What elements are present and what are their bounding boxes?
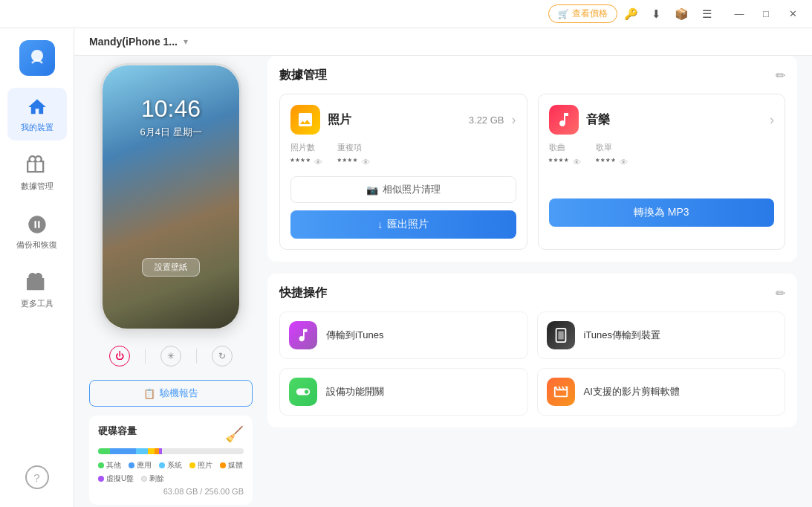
main-layout: 我的裝置 數據管理 備份和恢復 更多工具 ? Mandy(iPhone 1.. xyxy=(0,28,812,507)
photos-card-header: 照片 3.22 GB › xyxy=(290,105,516,135)
device-dropdown-arrow[interactable]: ▾ xyxy=(183,36,188,47)
music-card-arrow[interactable]: › xyxy=(770,112,774,128)
legend-apps: 應用 xyxy=(129,460,152,471)
export-photos-button[interactable]: ↓ 匯出照片 xyxy=(290,210,516,239)
photos-card-arrow[interactable]: › xyxy=(512,112,516,128)
phone-controls: ⏻ ✳ ↻ xyxy=(89,338,253,374)
quick-actions-header: 快捷操作 ✏ xyxy=(279,285,785,301)
legend-other: 其他 xyxy=(98,460,121,471)
music-playlists-eye[interactable]: 👁 xyxy=(620,158,628,167)
data-mgmt-icon xyxy=(25,154,49,178)
sidebar-item-my-device[interactable]: 我的裝置 xyxy=(7,88,67,141)
similar-photos-button[interactable]: 📷 相似照片清理 xyxy=(290,176,516,203)
music-card-icon xyxy=(549,105,579,135)
convert-mp3-button[interactable]: 轉換為 MP3 xyxy=(549,198,775,227)
home-icon xyxy=(25,95,49,119)
storage-legend: 其他 應用 系統 照片 媒體 虛擬U盤 剩餘 xyxy=(98,460,244,484)
quick-item-settings[interactable]: 設備功能開關 xyxy=(279,368,528,416)
legend-free: 剩餘 xyxy=(141,474,164,484)
ai-video-icon xyxy=(547,378,575,406)
storage-apps xyxy=(110,448,136,454)
diagnostic-button[interactable]: 📋 驗機報告 xyxy=(89,380,253,407)
logo-icon xyxy=(26,47,48,69)
key-icon[interactable]: 🔑 xyxy=(623,7,638,22)
photos-card-icon xyxy=(290,105,320,135)
phone-time: 10:46 xyxy=(103,95,239,123)
download-icon: ↓ xyxy=(377,219,383,230)
sidebar: 我的裝置 數據管理 備份和恢復 更多工具 ? xyxy=(0,28,74,507)
photos-count-eye[interactable]: 👁 xyxy=(314,158,322,167)
quick-item-ai-video[interactable]: AI支援的影片剪輯軟體 xyxy=(537,368,786,416)
price-button[interactable]: 🛒 查看價格 xyxy=(548,4,617,23)
settings-ctrl-button[interactable]: ✳ xyxy=(160,346,181,366)
control-divider-2 xyxy=(196,349,197,364)
itunes-send-label: 傳輸到iTunes xyxy=(326,329,384,342)
photos-card-size: 3.22 GB xyxy=(469,114,504,126)
control-divider-1 xyxy=(145,349,146,364)
sidebar-item-backup[interactable]: 備份和恢復 xyxy=(7,205,67,258)
data-management-header: 數據管理 ✏ xyxy=(279,68,785,83)
music-stat-songs: 歌曲 **** 👁 xyxy=(549,142,581,167)
music-card: 音樂 › 歌曲 **** 👁 xyxy=(538,94,786,250)
sidebar-item-data-mgmt-label: 數據管理 xyxy=(21,181,53,192)
storage-system xyxy=(136,448,148,454)
maximize-button[interactable]: □ xyxy=(756,4,776,25)
device-header: Mandy(iPhone 1... ▾ xyxy=(74,28,812,56)
phone-date: 6月4日 星期一 xyxy=(103,126,239,139)
data-management-title: 數據管理 xyxy=(279,68,327,83)
device-settings-label: 設備功能開關 xyxy=(326,385,384,398)
storage-total: 63.08 GB / 256.00 GB xyxy=(98,487,244,496)
phone-mockup: 10:46 6月4日 星期一 設置壁紙 xyxy=(100,63,241,331)
photos-card: 照片 3.22 GB › 照片數 **** 👁 xyxy=(279,94,527,250)
download-icon[interactable]: ⬇ xyxy=(649,7,663,22)
box-icon[interactable]: 📦 xyxy=(674,7,689,22)
clean-icon[interactable]: 🧹 xyxy=(225,425,244,443)
music-card-title: 音樂 xyxy=(586,112,763,128)
titlebar: 🛒 查看價格 🔑 ⬇ 📦 ☰ — □ ✕ xyxy=(0,0,812,28)
music-songs-eye[interactable]: 👁 xyxy=(573,158,581,167)
quick-item-itunes-recv[interactable]: iTunes傳輸到裝置 xyxy=(537,311,786,359)
right-panel: 數據管理 ✏ 照片 3.22 GB › xyxy=(267,56,797,492)
cart-icon: 🛒 xyxy=(558,9,569,19)
storage-free xyxy=(162,448,244,454)
camera-scan-icon: 📷 xyxy=(366,184,378,196)
svg-rect-2 xyxy=(558,332,563,340)
device-settings-icon xyxy=(289,378,317,406)
music-card-header: 音樂 › xyxy=(549,105,775,135)
help-button[interactable]: ? xyxy=(25,465,49,489)
legend-virtual: 虛擬U盤 xyxy=(98,474,134,484)
backup-icon xyxy=(25,213,49,236)
phone-screen: 10:46 6月4日 星期一 設置壁紙 xyxy=(103,65,239,329)
legend-photos: 照片 xyxy=(189,460,212,471)
sidebar-item-more-tools-label: 更多工具 xyxy=(21,298,53,309)
refresh-button[interactable]: ↻ xyxy=(212,346,233,366)
storage-other xyxy=(98,448,110,454)
sidebar-item-more-tools[interactable]: 更多工具 xyxy=(7,264,67,317)
itunes-recv-icon xyxy=(547,321,575,349)
content-area: Mandy(iPhone 1... ▾ 10:46 6月4日 星期一 設置壁紙 … xyxy=(74,28,812,507)
photos-card-stats: 照片數 **** 👁 重複項 **** xyxy=(290,142,516,167)
data-management-edit-icon[interactable]: ✏ xyxy=(776,68,785,83)
data-management-section: 數據管理 ✏ 照片 3.22 GB › xyxy=(267,56,797,262)
quick-actions-edit-icon[interactable]: ✏ xyxy=(776,286,785,300)
storage-bar xyxy=(98,448,244,454)
diagnostic-icon: 📋 xyxy=(143,388,155,399)
sidebar-item-backup-label: 備份和恢復 xyxy=(16,239,57,251)
quick-item-itunes-send[interactable]: 傳輸到iTunes xyxy=(279,311,528,359)
photos-duplicate-eye[interactable]: 👁 xyxy=(362,158,370,167)
photos-stat-count: 照片數 **** 👁 xyxy=(290,142,322,167)
menu-icon[interactable]: ☰ xyxy=(699,7,714,22)
photos-duplicate-value: **** 👁 xyxy=(337,156,369,167)
sidebar-item-data-mgmt[interactable]: 數據管理 xyxy=(7,146,67,199)
scroll-area: 10:46 6月4日 星期一 設置壁紙 ⏻ ✳ ↻ 📋 驗機報告 xyxy=(74,56,812,507)
storage-photos xyxy=(148,448,155,454)
photos-card-title: 照片 xyxy=(328,112,461,128)
tools-icon xyxy=(25,271,49,295)
music-card-stats: 歌曲 **** 👁 歌單 **** xyxy=(549,142,775,167)
minimize-button[interactable]: — xyxy=(729,4,750,25)
wallpaper-button[interactable]: 設置壁紙 xyxy=(142,258,200,277)
power-button[interactable]: ⏻ xyxy=(109,346,130,366)
photos-count-value: **** 👁 xyxy=(290,156,322,167)
music-stat-playlists: 歌單 **** 👁 xyxy=(596,142,628,167)
close-button[interactable]: ✕ xyxy=(782,4,803,25)
